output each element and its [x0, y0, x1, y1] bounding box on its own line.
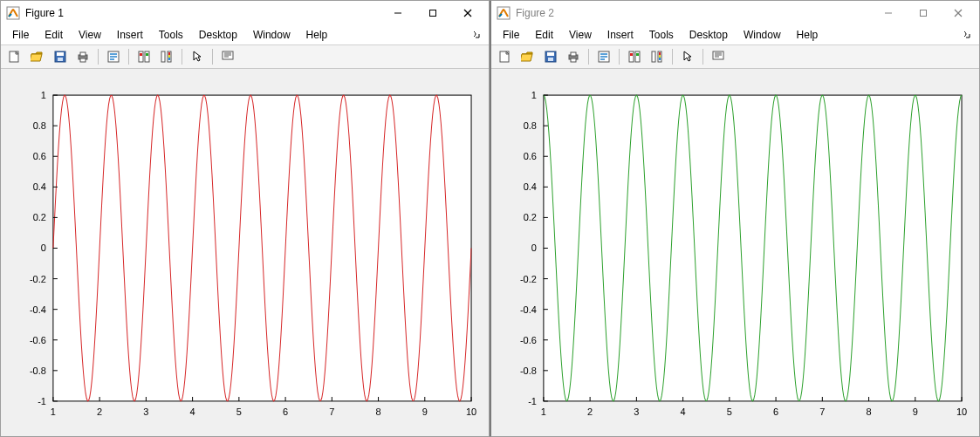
- workspace: Figure 1 FileEditViewInsertToolsDesktopW…: [0, 0, 980, 437]
- insert-colorbar-icon[interactable]: [647, 46, 668, 67]
- svg-rect-17: [145, 51, 149, 62]
- svg-text:1: 1: [41, 90, 46, 100]
- svg-text:1: 1: [531, 90, 537, 100]
- svg-text:0: 0: [41, 242, 46, 253]
- svg-text:0.6: 0.6: [524, 151, 537, 161]
- svg-rect-87: [600, 58, 605, 60]
- svg-text:5: 5: [727, 406, 732, 417]
- svg-text:4: 4: [681, 406, 686, 417]
- figure-window: Figure 2 FileEditViewInsertToolsDesktopW…: [490, 0, 980, 437]
- svg-text:0.8: 0.8: [33, 120, 46, 131]
- close-button[interactable]: [450, 2, 485, 24]
- menu-help[interactable]: Help: [789, 27, 826, 43]
- svg-rect-23: [168, 55, 170, 58]
- svg-rect-83: [571, 58, 576, 62]
- new-figure-icon[interactable]: [4, 46, 25, 67]
- pointer-icon[interactable]: [677, 46, 698, 67]
- menu-desktop[interactable]: Desktop: [682, 27, 736, 43]
- svg-text:-0.4: -0.4: [30, 304, 46, 315]
- menu-file[interactable]: File: [495, 27, 527, 43]
- svg-text:-1: -1: [38, 396, 46, 406]
- print-preview-icon[interactable]: [103, 46, 124, 67]
- axes[interactable]: 12345678910-1-0.8-0.6-0.4-0.200.20.40.60…: [491, 69, 979, 436]
- svg-rect-11: [80, 58, 86, 62]
- svg-rect-89: [635, 51, 640, 62]
- menu-view[interactable]: View: [561, 27, 600, 43]
- save-icon[interactable]: [540, 46, 561, 67]
- print-icon[interactable]: [563, 46, 584, 67]
- svg-text:5: 5: [236, 406, 242, 417]
- svg-rect-18: [140, 53, 142, 56]
- svg-text:7: 7: [819, 406, 825, 417]
- menu-window[interactable]: Window: [736, 27, 789, 43]
- toolbar: [1, 45, 489, 69]
- maximize-button[interactable]: [906, 2, 941, 24]
- svg-text:-0.8: -0.8: [520, 365, 537, 376]
- data-tips-icon[interactable]: [708, 46, 729, 67]
- print-preview-icon[interactable]: [593, 46, 614, 67]
- svg-rect-24: [168, 58, 170, 60]
- svg-rect-16: [139, 51, 143, 62]
- svg-rect-15: [110, 58, 114, 60]
- axes[interactable]: 12345678910-1-0.8-0.6-0.4-0.200.20.40.60…: [1, 69, 489, 436]
- svg-text:0.2: 0.2: [524, 212, 537, 222]
- menu-edit[interactable]: Edit: [37, 27, 71, 43]
- menu-view[interactable]: View: [71, 27, 109, 43]
- link-axes-icon[interactable]: [624, 46, 645, 67]
- link-axes-icon[interactable]: [134, 46, 154, 67]
- maximize-button[interactable]: [415, 2, 450, 24]
- menu-insert[interactable]: Insert: [109, 27, 151, 43]
- svg-rect-22: [168, 52, 170, 55]
- print-icon[interactable]: [72, 46, 93, 67]
- menu-tools[interactable]: Tools: [151, 27, 191, 43]
- svg-text:-0.4: -0.4: [520, 304, 537, 315]
- svg-text:10: 10: [956, 406, 967, 417]
- pointer-icon[interactable]: [187, 46, 208, 67]
- svg-text:10: 10: [466, 406, 476, 417]
- menu-edit[interactable]: Edit: [527, 27, 561, 43]
- toolbar-separator: [128, 49, 129, 65]
- menu-file[interactable]: File: [4, 27, 37, 43]
- insert-colorbar-icon[interactable]: [156, 46, 177, 67]
- svg-rect-2: [430, 10, 436, 17]
- toolbar-separator: [588, 49, 589, 65]
- svg-rect-92: [652, 51, 655, 62]
- toolbar-chevron-icon[interactable]: [466, 29, 485, 41]
- svg-text:4: 4: [190, 406, 195, 417]
- svg-text:0.8: 0.8: [524, 120, 537, 131]
- svg-rect-101: [544, 95, 962, 401]
- svg-rect-90: [630, 53, 633, 56]
- svg-text:-1: -1: [528, 396, 537, 406]
- close-button[interactable]: [941, 2, 976, 24]
- toolbar: [491, 45, 979, 69]
- svg-text:0.2: 0.2: [33, 212, 46, 222]
- toolbar-chevron-icon[interactable]: [956, 29, 976, 41]
- menu-help[interactable]: Help: [298, 27, 336, 43]
- svg-rect-19: [146, 53, 148, 56]
- minimize-button[interactable]: [871, 2, 906, 24]
- open-icon[interactable]: [517, 46, 538, 67]
- svg-text:0.4: 0.4: [33, 181, 46, 192]
- toolbar-separator: [702, 49, 703, 65]
- svg-rect-80: [548, 58, 553, 61]
- menu-window[interactable]: Window: [245, 27, 298, 43]
- matlab-icon: [6, 6, 20, 20]
- data-tips-icon[interactable]: [217, 46, 238, 67]
- figure-window: Figure 1 FileEditViewInsertToolsDesktopW…: [0, 0, 490, 437]
- titlebar[interactable]: Figure 2: [491, 1, 979, 25]
- save-icon[interactable]: [50, 46, 71, 67]
- menu-desktop[interactable]: Desktop: [191, 27, 245, 43]
- menu-tools[interactable]: Tools: [641, 27, 682, 43]
- open-icon[interactable]: [27, 46, 48, 67]
- minimize-button[interactable]: [380, 2, 415, 24]
- menu-insert[interactable]: Insert: [600, 27, 641, 43]
- window-title: Figure 2: [516, 7, 554, 19]
- new-figure-icon[interactable]: [495, 46, 516, 67]
- svg-rect-13: [110, 53, 117, 55]
- svg-text:3: 3: [143, 406, 148, 417]
- svg-rect-96: [659, 58, 661, 60]
- svg-text:8: 8: [376, 406, 381, 417]
- svg-rect-79: [547, 52, 554, 56]
- titlebar[interactable]: Figure 1: [1, 1, 489, 25]
- toolbar-separator: [98, 49, 99, 65]
